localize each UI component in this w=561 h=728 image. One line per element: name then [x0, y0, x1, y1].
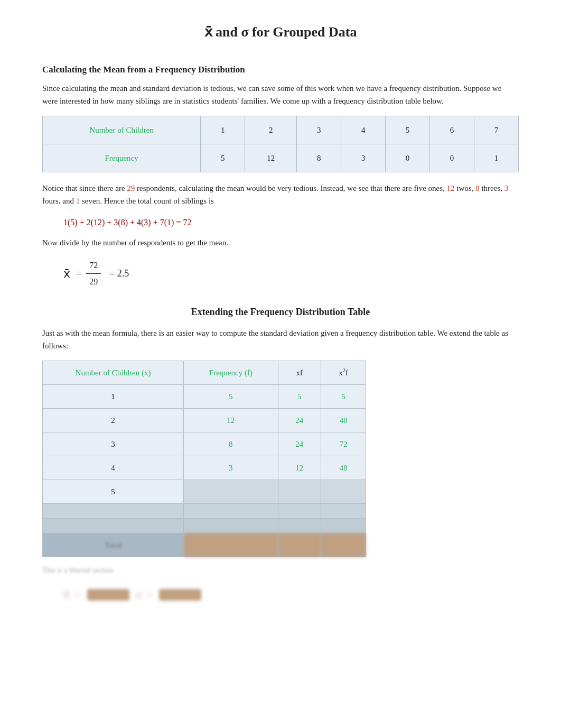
paragraph2-mid: respondents, calculating the mean would … [135, 184, 446, 192]
fraction: 72 29 [86, 259, 101, 288]
table1-row1-header: Number of Children [43, 116, 201, 144]
table1-row1-col2: 2 [245, 116, 297, 144]
p2-end: seven. Hence the total count of siblings… [80, 197, 214, 205]
p2-threes: threes, [480, 184, 504, 192]
table1-row2-col3: 8 [297, 144, 341, 172]
table-row: 2 12 24 48 [43, 409, 366, 432]
page-title: x̄ and σ for Grouped Data [42, 21, 519, 43]
highlight-3: 3 [504, 184, 509, 192]
table1-row2-col5: 0 [386, 144, 430, 172]
table1-row1-col6: 6 [430, 116, 474, 144]
table1-row1-col7: 7 [474, 116, 519, 144]
frequency-table-1: Number of Children 1 2 3 4 5 6 7 Frequen… [42, 116, 519, 172]
frequency-table-2: Number of Children (x) Frequency (f) xf … [42, 361, 366, 557]
section1-paragraph3: Now divide by the number of respondents … [42, 236, 519, 249]
t2-r1-x: 1 [43, 385, 184, 409]
section1-heading: Calculating the Mean from a Frequency Di… [42, 62, 519, 77]
table2-col2-header: Frequency (f) [184, 361, 278, 385]
p2-fours: fours, and [42, 197, 76, 205]
blurred-note: This is a blurred section [42, 565, 519, 576]
table-total-row: Total [43, 533, 366, 557]
table-row: 1 5 5 5 [43, 385, 366, 409]
mean-symbol: x̄ [63, 264, 70, 283]
paragraph2-prefix: Notice that since there are [42, 184, 127, 192]
section1-paragraph2: Notice that since there are 29 responden… [42, 182, 519, 207]
table-row: 4 3 12 48 [43, 456, 366, 480]
table1-row2-col2: 12 [245, 144, 297, 172]
t2-r3-x2f: 72 [321, 432, 366, 456]
highlight-12: 12 [447, 184, 455, 192]
t2-r1-f: 5 [184, 385, 278, 409]
table-row-blurred [43, 504, 366, 519]
table2-col1-header: Number of Children (x) [43, 361, 184, 385]
t2-r4-x: 4 [43, 456, 184, 480]
table-row: 5 [43, 480, 366, 504]
table1-row2-col4: 3 [341, 144, 386, 172]
t2-r5-f [184, 480, 278, 504]
section1-paragraph1: Since calculating the mean and standard … [42, 82, 519, 107]
table-row-blurred [43, 519, 366, 533]
blurred-formula-area: x̄ = σ = [63, 586, 519, 603]
table2-col3-header: xf [278, 361, 321, 385]
t2-r4-x2f: 48 [321, 456, 366, 480]
t2-r1-x2f: 5 [321, 385, 366, 409]
p2-twos: twos, [455, 184, 476, 192]
table1-row1-col3: 3 [297, 116, 341, 144]
table1-row1-col1: 1 [201, 116, 245, 144]
table1-row2-col7: 1 [474, 144, 519, 172]
table1-row1-col5: 5 [386, 116, 430, 144]
t2-r2-xf: 24 [278, 409, 321, 432]
section2-heading: Extending the Frequency Distribution Tab… [42, 305, 519, 320]
formula-line: 1(5) + 2(12) + 3(8) + 4(3) + 7(1) = 72 [63, 216, 519, 229]
table1-row2-col1: 5 [201, 144, 245, 172]
numerator: 72 [86, 259, 101, 274]
t2-r5-x: 5 [43, 480, 184, 504]
table1-row1-col4: 4 [341, 116, 386, 144]
t2-r4-f: 3 [184, 456, 278, 480]
denominator: 29 [86, 274, 101, 289]
mean-formula: x̄ = 72 29 = 2.5 [63, 259, 519, 288]
t2-r4-xf: 12 [278, 456, 321, 480]
t2-r3-xf: 24 [278, 432, 321, 456]
t2-r5-x2f [321, 480, 366, 504]
table1-row2-header: Frequency [43, 144, 201, 172]
section2-paragraph: Just as with the mean formula, there is … [42, 327, 519, 352]
t2-r1-xf: 5 [278, 385, 321, 409]
highlight-29: 29 [127, 184, 135, 192]
t2-r3-x: 3 [43, 432, 184, 456]
t2-r2-x: 2 [43, 409, 184, 432]
t2-r5-xf [278, 480, 321, 504]
table1-row2-col6: 0 [430, 144, 474, 172]
table2-col4-header: x2f [321, 361, 366, 385]
highlight-8: 8 [475, 184, 480, 192]
equals-sign: = [77, 266, 82, 281]
result: = 2.5 [109, 266, 129, 281]
table-row: 3 8 24 72 [43, 432, 366, 456]
t2-r2-f: 12 [184, 409, 278, 432]
t2-r2-x2f: 48 [321, 409, 366, 432]
t2-r3-f: 8 [184, 432, 278, 456]
